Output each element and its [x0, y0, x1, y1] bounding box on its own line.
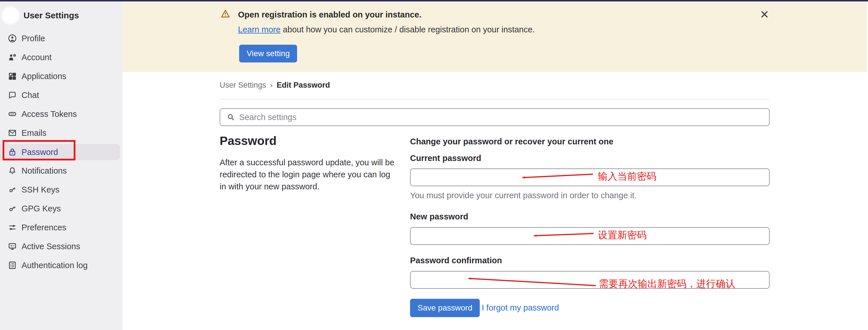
current-password-input[interactable]	[410, 168, 770, 186]
sidebar-item-account[interactable]: Account	[0, 48, 120, 67]
sidebar-item-label: Notifications	[22, 166, 67, 175]
breadcrumb-separator-icon: ›	[270, 81, 273, 90]
applications-icon	[7, 71, 17, 81]
sidebar-item-access-tokens[interactable]: Access Tokens	[0, 105, 120, 124]
view-setting-button[interactable]: View setting	[239, 45, 297, 62]
active-sessions-icon	[7, 241, 17, 251]
profile-icon	[7, 34, 17, 43]
password-confirmation-label: Password confirmation	[410, 256, 502, 265]
current-password-help: You must provide your current password i…	[410, 191, 637, 200]
emails-icon	[7, 128, 17, 138]
sidebar-item-emails[interactable]: Emails	[0, 124, 120, 142]
sidebar-item-label: Chat	[22, 91, 39, 100]
learn-more-link[interactable]: Learn more	[238, 25, 280, 34]
sidebar-item-label: Active Sessions	[22, 242, 80, 251]
search-box	[220, 108, 770, 126]
new-password-label: New password	[410, 212, 468, 222]
sidebar-item-label: Authentication log	[22, 261, 88, 270]
banner-title: Open registration is enabled on your ins…	[238, 10, 422, 20]
new-password-input[interactable]	[410, 227, 770, 245]
authentication-log-icon	[7, 260, 17, 270]
sidebar-item-notifications[interactable]: Notifications	[0, 161, 120, 180]
breadcrumb: User Settings › Edit Password	[220, 81, 330, 90]
sidebar-item-password[interactable]: Password	[0, 144, 120, 160]
forgot-password-link[interactable]: I forgot my password	[482, 303, 559, 312]
warning-icon	[220, 9, 230, 19]
account-icon	[7, 53, 17, 62]
close-icon[interactable]	[759, 9, 770, 20]
sidebar-item-label: SSH Keys	[22, 185, 59, 195]
sidebar-item-preferences[interactable]: Preferences	[0, 218, 120, 237]
sidebar-item-label: Emails	[22, 128, 46, 138]
sidebar-header: User Settings	[0, 6, 120, 25]
divider	[220, 99, 770, 99]
sidebar-item-chat[interactable]: Chat	[0, 86, 120, 105]
search-icon	[226, 113, 235, 122]
banner-body: Learn more about how you can customize /…	[238, 25, 535, 34]
sidebar-item-active-sessions[interactable]: Active Sessions	[0, 237, 120, 256]
search-input[interactable]	[239, 112, 756, 122]
sidebar-item-applications[interactable]: Applications	[0, 67, 120, 86]
preferences-icon	[7, 223, 17, 232]
ssh-keys-icon	[7, 185, 17, 195]
access-tokens-icon	[7, 109, 17, 119]
page-title: Password	[220, 134, 276, 148]
sidebar: User Settings Profile Account Applicatio…	[0, 1, 122, 330]
sidebar-item-label: Password	[22, 147, 58, 157]
current-password-label: Current password	[410, 154, 481, 163]
avatar	[2, 7, 19, 24]
form-intro: Change your password or recover your cur…	[410, 137, 613, 146]
sidebar-item-label: GPG Keys	[22, 204, 61, 213]
breadcrumb-current: Edit Password	[277, 81, 330, 90]
banner-body-text: about how you can customize / disable re…	[280, 25, 535, 34]
save-password-button[interactable]: Save password	[410, 299, 480, 317]
sidebar-item-label: Profile	[22, 34, 45, 43]
sidebar-item-label: Account	[22, 53, 52, 62]
sidebar-item-ssh-keys[interactable]: SSH Keys	[0, 180, 120, 199]
sidebar-title: User Settings	[24, 10, 79, 20]
sidebar-item-label: Applications	[22, 72, 66, 81]
sidebar-item-authentication-log[interactable]: Authentication log	[0, 256, 120, 275]
section-description: After a successful password update, you …	[220, 156, 395, 193]
sidebar-item-label: Access Tokens	[22, 109, 77, 119]
registration-warning-banner	[122, 1, 867, 72]
sidebar-item-gpg-keys[interactable]: GPG Keys	[0, 199, 120, 218]
password-confirmation-input[interactable]	[410, 271, 770, 289]
notifications-icon	[7, 166, 17, 175]
sidebar-item-label: Preferences	[22, 223, 66, 232]
sidebar-item-profile[interactable]: Profile	[0, 29, 120, 48]
gpg-keys-icon	[7, 204, 17, 213]
password-icon	[7, 147, 17, 157]
breadcrumb-parent[interactable]: User Settings	[220, 81, 266, 90]
chat-icon	[7, 90, 17, 100]
